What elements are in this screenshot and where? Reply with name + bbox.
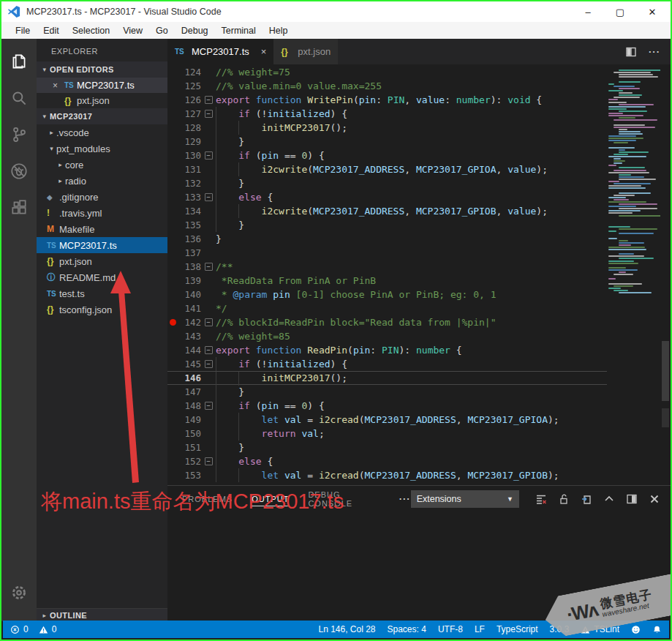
search-icon[interactable] xyxy=(1,80,37,116)
breakpoint-gutter[interactable] xyxy=(167,121,178,135)
fold-collapse-icon[interactable]: − xyxy=(205,318,213,326)
menu-go[interactable]: Go xyxy=(149,24,175,37)
minimap[interactable] xyxy=(607,66,660,484)
tree-item-tsconfig-json[interactable]: {}tsconfig.json xyxy=(37,301,167,318)
fold-icon[interactable]: − xyxy=(201,190,216,204)
open-log-file-icon[interactable] xyxy=(581,493,592,505)
unlock-icon[interactable] xyxy=(558,493,570,505)
menu-selection[interactable]: Selection xyxy=(66,24,116,37)
tree-item-radio[interactable]: ▸radio xyxy=(37,173,167,189)
menu-debug[interactable]: Debug xyxy=(175,24,215,37)
breakpoint-gutter[interactable] xyxy=(167,468,178,482)
breakpoint-gutter[interactable] xyxy=(167,149,178,162)
status-0[interactable]: 0 xyxy=(10,624,29,634)
breakpoint-gutter[interactable] xyxy=(167,176,178,190)
breakpoint-gutter[interactable] xyxy=(167,454,178,468)
clear-output-icon[interactable] xyxy=(535,493,547,505)
breakpoint-gutter[interactable] xyxy=(167,288,178,301)
debug-icon[interactable] xyxy=(1,153,37,190)
explorer-icon[interactable] xyxy=(1,43,37,80)
source-control-icon[interactable] xyxy=(1,116,37,153)
breakpoint-gutter[interactable] xyxy=(167,441,178,454)
breakpoint-gutter[interactable] xyxy=(167,65,178,79)
open-editor-item[interactable]: {}pxt.json xyxy=(37,93,167,108)
tab-pxt-json[interactable]: {}pxt.json xyxy=(273,39,338,64)
editor-more-actions-icon[interactable]: ··· xyxy=(649,46,660,57)
tree-item-makefile[interactable]: MMakefile xyxy=(37,221,167,237)
open-editors-header[interactable]: ▾ OPEN EDITORS xyxy=(37,61,167,78)
fold-icon[interactable]: − xyxy=(201,357,216,371)
status-spaces-4[interactable]: Spaces: 4 xyxy=(388,624,426,634)
breakpoint-gutter[interactable] xyxy=(167,135,178,149)
extensions-icon[interactable] xyxy=(1,190,37,226)
settings-gear-icon[interactable] xyxy=(1,574,37,611)
maximize-panel-icon[interactable] xyxy=(603,493,615,505)
panel-layout-icon[interactable] xyxy=(626,493,638,505)
fold-collapse-icon[interactable]: − xyxy=(205,346,213,354)
minimize-button[interactable]: – xyxy=(581,7,594,18)
fold-collapse-icon[interactable]: − xyxy=(205,193,213,201)
status-lf[interactable]: LF xyxy=(475,624,485,634)
fold-collapse-icon[interactable]: − xyxy=(205,402,213,410)
menu-terminal[interactable]: Terminal xyxy=(215,24,263,37)
breakpoint-gutter[interactable] xyxy=(167,343,178,357)
maximize-button[interactable]: ▢ xyxy=(614,7,627,18)
fold-collapse-icon[interactable]: − xyxy=(205,110,213,118)
status-0[interactable]: 0 xyxy=(39,624,57,634)
breakpoint-gutter[interactable] xyxy=(167,427,178,441)
open-editor-item[interactable]: ×TSMCP23017.ts xyxy=(37,78,167,93)
breakpoint-gutter[interactable] xyxy=(167,162,178,176)
editor-scrollbar[interactable] xyxy=(660,64,671,485)
tree-item-pxt-json[interactable]: {}pxt.json xyxy=(37,253,167,269)
close-tab-icon[interactable]: × xyxy=(261,46,267,57)
code-editor[interactable]: 124//% weight=75125//% value.min=0 value… xyxy=(167,64,671,485)
breakpoint-gutter[interactable] xyxy=(167,329,178,343)
tree-item-core[interactable]: ▸core xyxy=(37,157,167,173)
breakpoint-gutter[interactable] xyxy=(167,93,178,107)
fold-collapse-icon[interactable]: − xyxy=(205,457,213,465)
close-button[interactable]: ✕ xyxy=(646,7,659,18)
breakpoint-gutter[interactable] xyxy=(167,357,178,371)
breakpoint-gutter[interactable] xyxy=(167,399,178,413)
tree-item-test-ts[interactable]: TStest.ts xyxy=(37,285,167,301)
close-panel-icon[interactable] xyxy=(649,493,660,505)
panel-more-actions-icon[interactable]: ··· xyxy=(399,493,411,504)
breakpoint-gutter[interactable] xyxy=(167,413,178,427)
breakpoint-indicator[interactable] xyxy=(167,315,178,329)
breakpoint-gutter[interactable] xyxy=(167,218,178,232)
tree-item--gitignore[interactable]: ◆.gitignore xyxy=(37,189,167,205)
tree-item-pxt-modules[interactable]: ▾pxt_modules xyxy=(37,140,167,157)
breakpoint-gutter[interactable] xyxy=(167,274,178,288)
fold-icon[interactable]: − xyxy=(201,315,216,329)
breakpoint-gutter[interactable] xyxy=(167,260,178,274)
menu-view[interactable]: View xyxy=(116,24,149,37)
breakpoint-gutter[interactable] xyxy=(167,372,178,384)
breakpoint-gutter[interactable] xyxy=(167,246,178,260)
menu-file[interactable]: File xyxy=(9,24,37,37)
menu-edit[interactable]: Edit xyxy=(37,24,66,37)
breakpoint-gutter[interactable] xyxy=(167,107,178,121)
menu-help[interactable]: Help xyxy=(263,24,295,37)
status-ln-146-col-28[interactable]: Ln 146, Col 28 xyxy=(318,624,375,634)
fold-icon[interactable]: − xyxy=(201,107,216,121)
fold-collapse-icon[interactable]: − xyxy=(205,263,213,271)
breakpoint-gutter[interactable] xyxy=(167,385,178,399)
status-bell[interactable] xyxy=(652,625,662,634)
close-editor-icon[interactable]: × xyxy=(53,80,64,91)
fold-icon[interactable]: − xyxy=(201,260,216,274)
tree-item-mcp23017-ts[interactable]: TSMCP23017.ts xyxy=(37,237,167,253)
fold-collapse-icon[interactable]: − xyxy=(205,151,213,160)
breakpoint-gutter[interactable] xyxy=(167,232,178,246)
fold-icon[interactable]: − xyxy=(201,149,216,162)
project-header[interactable]: ▾ MCP23017 xyxy=(37,108,167,124)
split-editor-icon[interactable] xyxy=(625,46,637,58)
status-utf-8[interactable]: UTF-8 xyxy=(438,624,463,634)
fold-icon[interactable]: − xyxy=(201,93,216,107)
fold-collapse-icon[interactable]: − xyxy=(205,360,213,368)
status-typescript[interactable]: TypeScript xyxy=(497,624,538,634)
fold-collapse-icon[interactable]: − xyxy=(205,96,213,104)
tree-item--travis-yml[interactable]: !.travis.yml xyxy=(37,205,167,221)
tree-item-readme-md[interactable]: ⓘREADME.md xyxy=(37,269,167,285)
breakpoint-gutter[interactable] xyxy=(167,204,178,218)
fold-icon[interactable]: − xyxy=(201,399,216,413)
